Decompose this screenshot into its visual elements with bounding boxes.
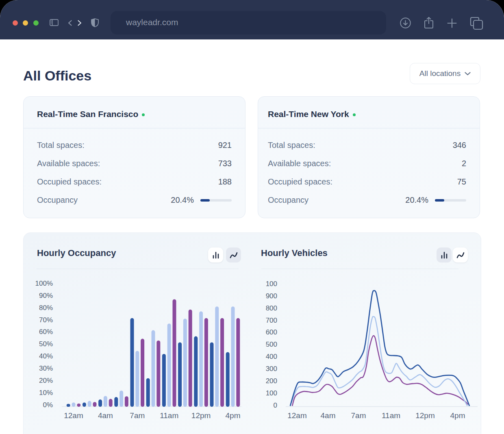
svg-text:11am: 11am <box>160 411 178 420</box>
svg-text:600: 600 <box>266 328 277 336</box>
svg-text:4am: 4am <box>321 411 336 420</box>
svg-text:400: 400 <box>266 353 277 360</box>
svg-text:500: 500 <box>266 341 277 348</box>
svg-text:90%: 90% <box>39 292 53 299</box>
svg-text:7am: 7am <box>130 411 145 420</box>
svg-text:800: 800 <box>266 304 277 312</box>
svg-text:100: 100 <box>266 280 277 288</box>
svg-text:200: 200 <box>266 377 277 385</box>
svg-text:11am: 11am <box>382 411 400 420</box>
svg-text:20%: 20% <box>39 377 53 384</box>
svg-text:50%: 50% <box>39 340 53 348</box>
svg-text:900: 900 <box>266 292 277 300</box>
svg-text:12am: 12am <box>64 411 83 420</box>
svg-text:0: 0 <box>274 401 277 409</box>
svg-text:40%: 40% <box>39 352 53 360</box>
svg-text:30%: 30% <box>39 365 53 372</box>
svg-text:12am: 12am <box>287 411 307 420</box>
svg-text:4am: 4am <box>98 411 113 420</box>
svg-text:100: 100 <box>266 389 277 397</box>
svg-text:300: 300 <box>266 365 277 373</box>
svg-text:10%: 10% <box>39 389 53 397</box>
svg-text:4pm: 4pm <box>450 411 465 420</box>
svg-text:4pm: 4pm <box>226 411 241 420</box>
svg-text:80%: 80% <box>39 304 53 312</box>
svg-text:60%: 60% <box>39 328 53 336</box>
svg-text:100%: 100% <box>35 280 53 287</box>
svg-text:12pm: 12pm <box>415 411 435 420</box>
svg-text:7am: 7am <box>351 411 366 420</box>
svg-text:0%: 0% <box>43 401 53 409</box>
svg-text:70%: 70% <box>39 316 53 324</box>
svg-text:12pm: 12pm <box>191 411 211 420</box>
svg-text:700: 700 <box>266 317 277 324</box>
